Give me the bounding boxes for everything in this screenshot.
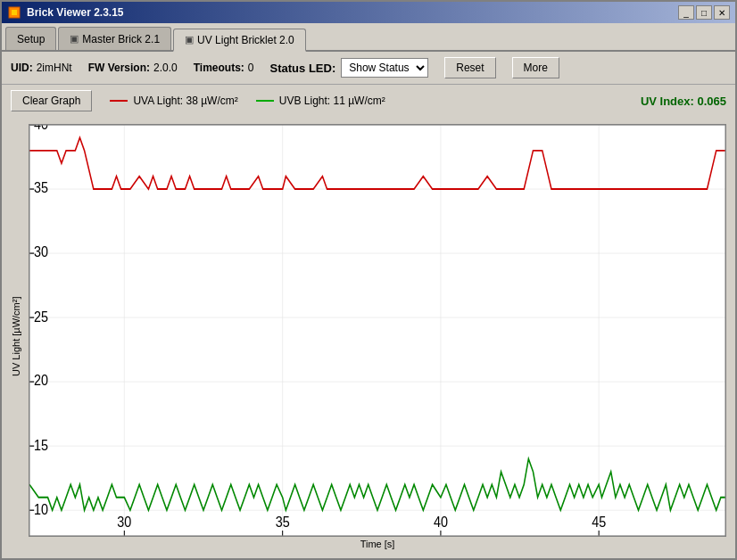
uvb-line [29,459,725,511]
uid-item: UID: 2imHNt [11,62,72,74]
minimize-button[interactable]: _ [678,5,694,20]
tab-uv[interactable]: ▣ UV Light Bricklet 2.0 [173,29,306,52]
tab-uv-label: UV Light Bricklet 2.0 [197,34,294,46]
svg-text:30: 30 [117,514,131,530]
uid-label: UID: [11,62,33,74]
tab-uv-icon: ▣ [185,34,194,45]
tab-bar: Setup ▣ Master Brick 2.1 ▣ UV Light Bric… [2,23,735,52]
window-title: Brick Viewer 2.3.15 [27,6,124,19]
status-led-select[interactable]: Show Status Off On Heartbeat [341,58,428,78]
chart-plot: 40 35 30 25 20 15 10 30 35 40 45 [29,124,726,537]
reset-button[interactable]: Reset [444,57,495,78]
uva-legend: UVA Light: 38 µW/cm² [110,95,237,107]
svg-text:30: 30 [34,243,48,259]
chart-svg: 40 35 30 25 20 15 10 30 35 40 45 [29,125,725,536]
uvb-legend-line [256,100,274,102]
title-bar-left: Brick Viewer 2.3.15 [7,5,124,20]
tab-setup[interactable]: Setup [5,27,56,50]
y-axis-label: UV Light [µW/cm²] [11,124,27,549]
chart-container: UV Light [µW/cm²] [11,124,726,549]
more-button[interactable]: More [512,57,559,78]
timeouts-item: Timeouts: 0 [194,62,254,74]
maximize-button[interactable]: □ [696,5,712,20]
controls-bar: Clear Graph UVA Light: 38 µW/cm² UVB Lig… [2,85,735,117]
tab-master-label: Master Brick 2.1 [82,33,160,45]
uva-legend-line [110,100,128,102]
svg-text:25: 25 [34,309,48,325]
svg-text:40: 40 [34,125,48,132]
svg-text:45: 45 [592,514,606,530]
uid-value: 2imHNt [37,62,72,74]
fw-item: FW Version: 2.0.0 [88,62,178,74]
status-led-label: Status LED: [270,62,336,75]
uvb-label: UVB Light: 11 µW/cm² [279,95,385,107]
svg-text:35: 35 [276,514,290,530]
x-axis-area: Time [s] [29,537,726,549]
uva-line [29,137,725,189]
svg-text:20: 20 [34,372,48,388]
title-buttons: _ □ ✕ [678,5,730,20]
uv-index-value: UV Index: 0.065 [641,95,726,108]
fw-value: 2.0.0 [153,62,178,74]
uva-label: UVA Light: 38 µW/cm² [133,95,237,107]
svg-rect-1 [12,10,17,15]
uvb-legend: UVB Light: 11 µW/cm² [256,95,385,107]
svg-text:35: 35 [34,179,48,195]
tab-master-icon: ▣ [70,33,79,45]
svg-rect-35 [29,125,725,536]
chart-inner: 40 35 30 25 20 15 10 30 35 40 45 [29,124,726,549]
x-axis-label: Time [s] [360,539,395,549]
timeouts-label: Timeouts: [194,62,244,74]
main-window: Brick Viewer 2.3.15 _ □ ✕ Setup ▣ Master… [0,0,737,560]
chart-area: UV Light [µW/cm²] [2,117,735,558]
clear-graph-button[interactable]: Clear Graph [11,90,92,111]
tab-setup-label: Setup [17,33,45,45]
info-bar: UID: 2imHNt FW Version: 2.0.0 Timeouts: … [2,52,735,85]
tab-master[interactable]: ▣ Master Brick 2.1 [58,27,171,50]
timeouts-value: 0 [248,62,254,74]
fw-label: FW Version: [88,62,150,74]
title-bar: Brick Viewer 2.3.15 _ □ ✕ [2,2,735,23]
status-led-area: Status LED: Show Status Off On Heartbeat [270,58,429,78]
svg-text:10: 10 [34,501,48,517]
close-button[interactable]: ✕ [714,5,730,20]
svg-text:15: 15 [34,437,48,453]
app-icon [7,5,21,20]
svg-text:40: 40 [434,514,448,530]
